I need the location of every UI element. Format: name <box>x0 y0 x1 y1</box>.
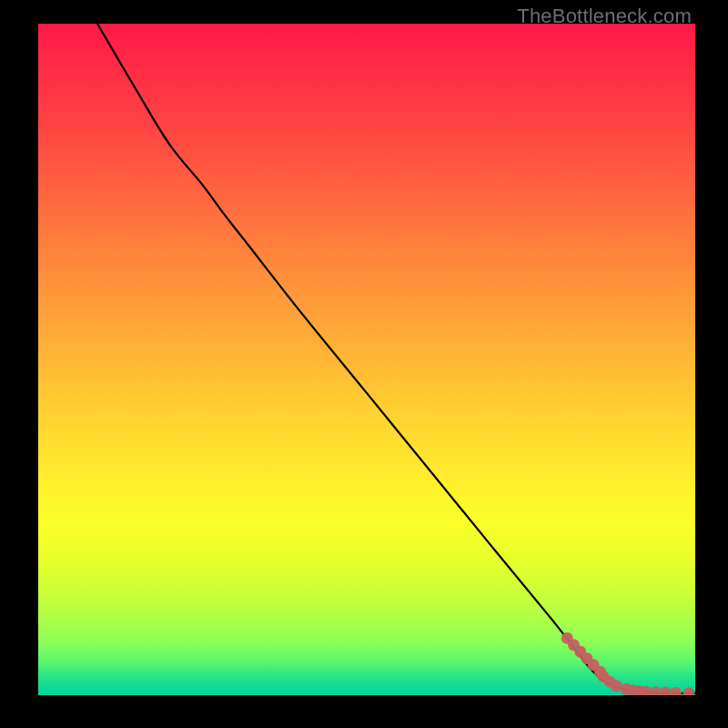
bottleneck-curve-path <box>97 24 695 693</box>
measured-point <box>670 687 682 695</box>
measured-points-group <box>561 632 695 695</box>
chart-overlay-svg <box>38 24 695 695</box>
measured-point <box>682 687 694 695</box>
plot-area <box>38 24 695 695</box>
chart-stage: TheBottleneck.com <box>0 0 728 728</box>
